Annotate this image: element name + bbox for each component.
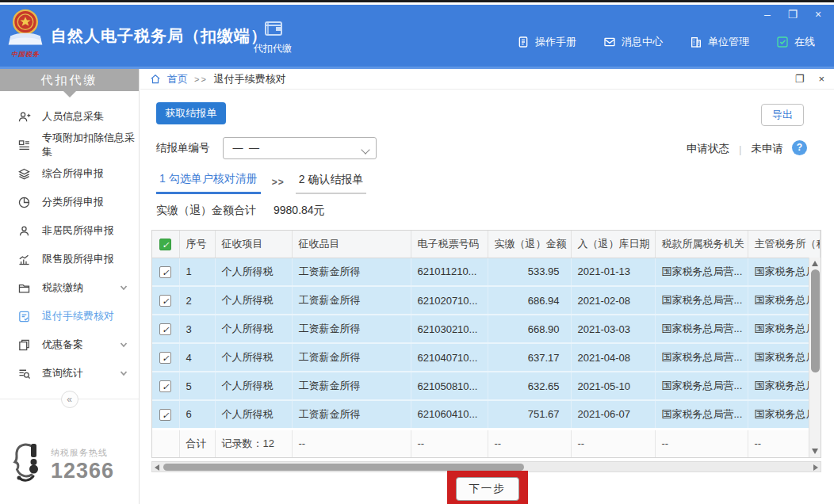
checkmark-icon: ✓ [162,296,169,306]
sidebar-item-comprehensive-income[interactable]: 综合所得申报 [0,159,139,188]
sidebar-item-preferential-record[interactable]: 优惠备案 [0,330,139,359]
header-links: 操作手册 消息中心 单位管理 在线 [517,35,815,49]
col-authority: 税款所属税务机关 [655,231,748,258]
cell-item: 工资薪金所得 [292,400,411,429]
col-date: 入（退）库日期 [571,231,655,258]
cell-authority: 国家税务总局营... [655,400,748,429]
pie-chart-icon [17,196,31,209]
sidebar-item-restricted-shares[interactable]: 限售股所得申报 [0,245,139,273]
cell-project: 个人所得税 [215,258,292,286]
cell-date: 2021-01-13 [571,258,655,286]
vertical-scrollbar[interactable] [809,258,821,457]
person-plus-icon [17,110,31,124]
fetch-statement-button[interactable]: 获取结报单 [156,102,226,124]
cell-item: 工资薪金所得 [292,372,411,400]
select-all-checkbox[interactable]: ✓ [159,239,171,250]
cell-item: 工资薪金所得 [292,315,411,343]
row-checkbox[interactable]: ✓ [159,352,171,364]
statement-number-label: 结报单编号 [156,141,210,155]
hotline: 纳税服务热线 12366 [10,441,114,485]
cell-item: 工资薪金所得 [292,258,411,286]
table-row[interactable]: ✓ 4 个人所得税 工资薪金所得 621040710... 637.17 202… [152,343,821,372]
panel-restore-button[interactable]: ❐ [795,73,805,85]
cell-authority: 国家税务总局营... [655,286,748,315]
table-row[interactable]: ✓ 6 个人所得税 工资薪金所得 621060410... 751.67 202… [152,400,821,429]
footer-dash: -- [292,429,411,457]
window-close-button[interactable]: × [812,8,824,21]
step-2-confirm-statement[interactable]: 2 确认结报单 [296,173,367,194]
home-icon [150,74,161,85]
row-checkbox[interactable]: ✓ [159,409,171,421]
breadcrumb-home[interactable]: 首页 [167,72,188,86]
vertical-scroll-thumb[interactable] [811,269,820,372]
sidebar-item-classified-income[interactable]: 分类所得申报 [0,188,139,216]
cell-date: 2021-05-10 [571,372,655,400]
sidebar-item-tax-payment[interactable]: 税款缴纳 [0,273,139,302]
status-divider: | [739,143,742,155]
table-row[interactable]: ✓ 5 个人所得税 工资薪金所得 621050810... 632.65 202… [152,372,821,400]
horizontal-scroll-thumb[interactable] [163,464,524,471]
building-icon [690,36,702,48]
table-row[interactable]: ✓ 2 个人所得税 工资薪金所得 621020710... 686.94 202… [152,286,821,315]
checklist-table: ✓ 序号 征收项目 征收品目 电子税票号码 实缴（退）金额 入（退）库日期 税款… [151,230,821,458]
tab-daikou-daijiao[interactable]: 代扣代缴 [246,6,300,67]
cell-item: 工资薪金所得 [292,343,411,372]
sidebar-item-refund-fee-check[interactable]: 退付手续费核对 [0,302,139,330]
sidebar-item-personnel-info[interactable]: 人员信息采集 [0,102,139,131]
sidebar-item-label: 退付手续费核对 [42,309,114,323]
cell-amount: 686.94 [488,286,571,315]
application-status: 申请状态 | 未申请 [687,142,783,156]
next-step-button[interactable]: 下一步 [456,477,519,501]
cell-seq: 5 [179,372,215,400]
col-office: 主管税务所（科 [748,231,821,258]
scroll-down-icon[interactable] [812,449,818,454]
hotline-number: 12366 [51,459,114,483]
col-amount: 实缴（退）金额 [488,231,571,258]
table-row[interactable]: ✓ 3 个人所得税 工资薪金所得 621030210... 668.90 202… [152,315,821,343]
cell-project: 个人所得税 [215,372,292,400]
footer-dash: -- [488,429,571,457]
checkmark-icon: ✓ [162,325,169,334]
table-row[interactable]: ✓ 1 个人所得税 工资薪金所得 621011210... 533.95 202… [152,258,821,286]
cell-ticket: 621030210... [411,315,488,343]
message-center-link[interactable]: 消息中心 [603,35,663,49]
sidebar-item-special-deduction[interactable]: 专项附加扣除信息采集 [0,131,139,159]
statement-number-select[interactable]: — — [223,137,377,159]
manual-link[interactable]: 操作手册 [517,35,576,49]
window-minimize-button[interactable]: – [761,8,774,21]
hotline-headset-icon [10,441,44,485]
panel-close-button[interactable]: × [818,73,824,85]
row-checkbox[interactable]: ✓ [159,323,171,335]
sidebar-item-label: 税款缴纳 [42,281,83,295]
summary-label: 实缴（退）金额合计 [156,204,256,218]
cell-amount: 637.17 [488,343,571,372]
hotline-label: 纳税服务热线 [51,447,114,459]
status-value: 未申请 [752,142,784,156]
cell-date: 2021-03-03 [571,315,655,343]
unit-management-link[interactable]: 单位管理 [690,35,749,49]
cell-ticket: 621060410... [411,400,488,429]
document-check-icon [17,310,31,323]
window-restore-button[interactable]: ❐ [786,8,799,21]
sidebar-item-query-statistics[interactable]: 查询统计 [0,359,139,388]
cell-authority: 国家税务总局营... [655,372,748,400]
row-checkbox[interactable]: ✓ [159,380,171,392]
online-label: 在线 [794,35,815,49]
step-1-select-checklist[interactable]: 1 勾选单户核对清册 [156,172,261,194]
scroll-right-icon[interactable] [813,464,818,471]
cell-ticket: 621011210... [411,258,488,286]
sidebar-menu: 人员信息采集 专项附加扣除信息采集 综合所得申报 分类所得申报 非居民所得申报 … [0,102,139,388]
help-icon[interactable]: ? [792,140,807,155]
online-status[interactable]: 在线 [776,35,815,49]
scroll-left-icon[interactable] [155,464,159,471]
logo-caption: 中国税务 [5,50,46,59]
sidebar-collapse-button[interactable]: « [61,391,78,408]
panel-controls: ❐ × [795,73,824,85]
export-button[interactable]: 导出 [761,104,804,126]
row-checkbox[interactable]: ✓ [159,266,171,278]
sidebar-item-nonresident-income[interactable]: 非居民所得申报 [0,216,139,245]
checkmark-icon: ✓ [162,353,169,363]
cell-amount: 632.65 [488,372,571,400]
scroll-up-icon[interactable] [812,261,818,266]
row-checkbox[interactable]: ✓ [159,295,171,307]
